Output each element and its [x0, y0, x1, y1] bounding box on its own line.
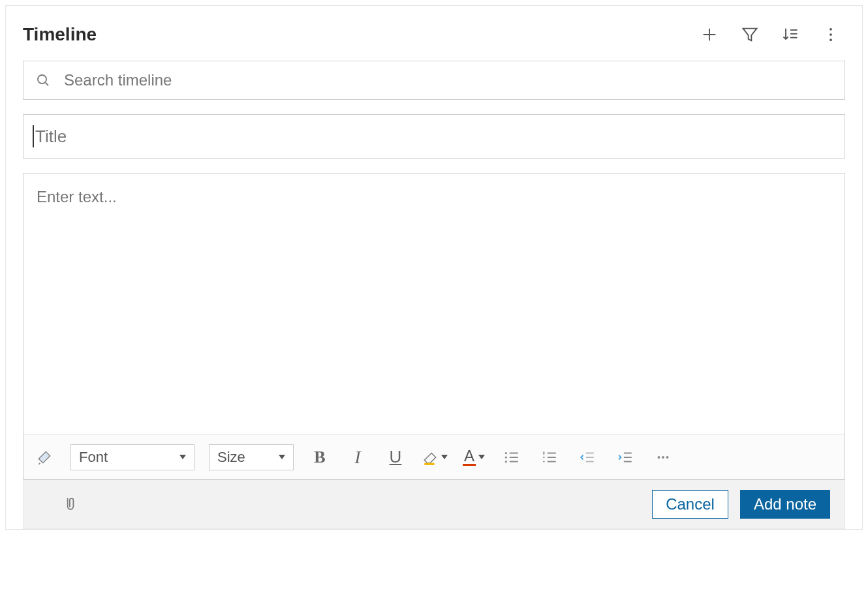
- numbered-list-button[interactable]: [538, 445, 561, 470]
- format-painter-icon: [36, 449, 53, 466]
- text-highlight-button[interactable]: [422, 445, 448, 470]
- more-format-button[interactable]: [651, 445, 675, 470]
- chevron-down-icon: [478, 455, 485, 459]
- note-body-placeholder: Enter text...: [37, 188, 117, 206]
- font-family-label: Font: [79, 449, 108, 466]
- format-painter-button[interactable]: [33, 445, 56, 470]
- paperclip-icon: [62, 496, 79, 513]
- bulleted-list-button[interactable]: [500, 445, 523, 470]
- svg-point-7: [505, 460, 507, 462]
- filter-button[interactable]: [736, 20, 764, 49]
- increase-indent-button[interactable]: [613, 445, 637, 470]
- svg-point-6: [505, 456, 507, 458]
- timeline-header: Timeline: [23, 20, 845, 49]
- highlight-icon: [422, 449, 439, 466]
- underline-button[interactable]: U: [384, 445, 407, 470]
- italic-button[interactable]: I: [346, 445, 369, 470]
- bulleted-list-icon: [503, 449, 520, 466]
- svg-point-0: [829, 28, 832, 31]
- add-note-button-label: Add note: [754, 495, 816, 513]
- svg-point-10: [666, 456, 669, 459]
- note-footer: Cancel Add note: [23, 480, 845, 529]
- search-container: [23, 61, 845, 100]
- search-input[interactable]: [63, 70, 833, 90]
- underline-icon: U: [390, 447, 402, 467]
- font-family-select[interactable]: Font: [70, 444, 194, 470]
- cancel-button-label: Cancel: [666, 495, 715, 513]
- font-size-select[interactable]: Size: [209, 444, 294, 470]
- search-icon: [35, 72, 51, 88]
- add-note-button[interactable]: Add note: [740, 490, 830, 519]
- bold-icon: B: [314, 448, 325, 467]
- increase-indent-icon: [617, 449, 634, 466]
- decrease-indent-icon: [579, 449, 596, 466]
- note-body-input[interactable]: Enter text...: [23, 174, 845, 435]
- more-commands-button[interactable]: [816, 20, 845, 49]
- format-toolbar: Font Size B I U: [23, 435, 845, 479]
- chevron-down-icon: [279, 455, 285, 459]
- chevron-down-icon: [179, 455, 186, 459]
- svg-rect-4: [424, 463, 434, 465]
- add-record-button[interactable]: [695, 20, 724, 49]
- sort-button[interactable]: [776, 20, 805, 49]
- font-color-button[interactable]: A: [462, 445, 486, 470]
- italic-icon: I: [354, 447, 360, 468]
- note-title-container: [23, 114, 845, 159]
- svg-point-5: [505, 451, 507, 453]
- timeline-title: Timeline: [23, 24, 97, 45]
- svg-point-2: [829, 38, 832, 41]
- svg-point-9: [662, 456, 664, 459]
- svg-point-1: [829, 33, 832, 36]
- svg-point-3: [38, 75, 46, 84]
- numbered-list-icon: [541, 449, 558, 466]
- svg-point-8: [658, 456, 660, 459]
- more-horizontal-icon: [655, 449, 672, 466]
- timeline-panel: Timeline: [5, 5, 863, 530]
- attach-file-button[interactable]: [59, 492, 82, 517]
- cancel-button[interactable]: Cancel: [652, 490, 728, 519]
- plus-icon: [700, 25, 719, 44]
- note-title-input[interactable]: [33, 126, 835, 147]
- decrease-indent-button[interactable]: [576, 445, 599, 470]
- filter-icon: [741, 25, 759, 44]
- chevron-down-icon: [441, 455, 448, 459]
- note-editor: Enter text... Font Size: [23, 173, 845, 480]
- bold-button[interactable]: B: [308, 445, 332, 470]
- font-color-icon: A: [463, 448, 476, 466]
- font-size-label: Size: [217, 449, 245, 466]
- more-vertical-icon: [822, 25, 840, 44]
- sort-icon: [781, 25, 799, 44]
- text-caret: [33, 125, 34, 147]
